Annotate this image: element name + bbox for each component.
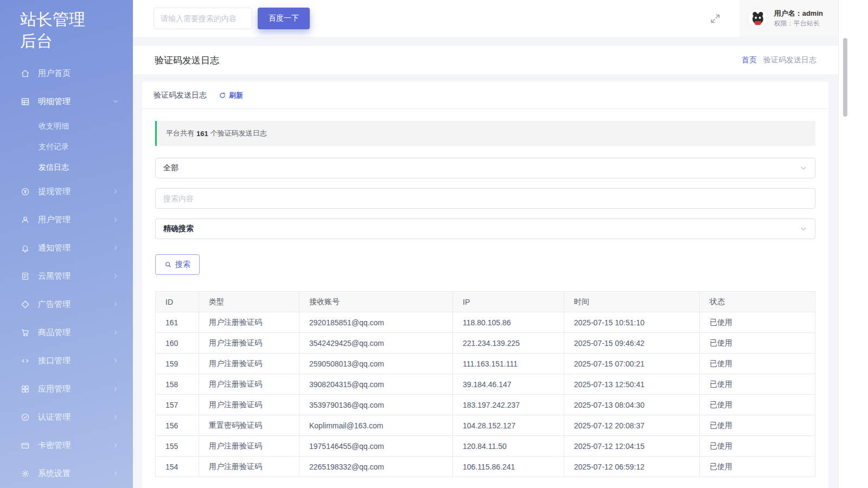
chevron-right-icon — [112, 414, 119, 420]
tab-send-log[interactable]: 验证码发送日志 — [154, 91, 207, 100]
card-tabs: 验证码发送日志 刷新 — [142, 82, 828, 109]
sidebar-item-gear[interactable]: 系统设置 — [0, 459, 133, 487]
sidebar-item-money[interactable]: 提现管理 — [0, 177, 133, 206]
fullscreen-icon[interactable] — [710, 13, 721, 24]
sidebar-item-user[interactable]: 用户管理 — [0, 206, 133, 234]
cart-icon — [21, 328, 30, 337]
sidebar-item-home[interactable]: 用户首页 — [0, 59, 133, 87]
sidebar-menu: 用户首页明细管理收支明细支付记录发信日志提现管理用户管理通知管理云黑管理广告管理… — [0, 59, 133, 487]
table-cell: 104.28.152.127 — [453, 415, 564, 436]
table-cell: 已使用 — [700, 374, 815, 395]
table-cell: 2025-07-12 20:08:37 — [564, 415, 700, 436]
table-cell: 118.80.105.86 — [453, 312, 564, 333]
bell-icon — [21, 243, 30, 253]
main-area: 百度一下 用户名：admin 权限：平台站 — [133, 0, 838, 488]
table-cell: 161 — [156, 312, 199, 333]
card-icon — [21, 441, 30, 450]
table-cell: 已使用 — [700, 415, 815, 436]
sidebar: 站长管理后台 用户首页明细管理收支明细支付记录发信日志提现管理用户管理通知管理云… — [0, 0, 133, 488]
table-cell: Koplimmail@163.com — [299, 415, 453, 436]
search-content-field — [155, 188, 815, 209]
chevron-right-icon — [112, 301, 119, 307]
table-cell: 221.234.139.225 — [453, 333, 564, 354]
sidebar-item-label: 接口管理 — [38, 356, 112, 366]
chevron-right-icon — [112, 357, 119, 364]
chevron-right-icon — [112, 245, 119, 251]
table-cell: 已使用 — [700, 457, 815, 477]
grid-icon — [21, 97, 30, 106]
table-cell: 3539790136@qq.com — [299, 395, 453, 415]
type-select[interactable]: 全部 — [155, 158, 815, 178]
chevron-down-icon — [800, 164, 807, 172]
table-cell: 39.184.46.147 — [453, 374, 564, 395]
table-cell: 154 — [156, 457, 199, 477]
table-body: 161用户注册验证码2920185851@qq.com118.80.105.86… — [156, 312, 815, 477]
chevron-right-icon — [112, 273, 119, 279]
sidebar-item-bell[interactable]: 通知管理 — [0, 234, 133, 262]
table-row: 158用户注册验证码3908204315@qq.com39.184.46.147… — [156, 374, 815, 395]
scrollbar-track[interactable] — [838, 0, 868, 488]
search-content-input[interactable] — [163, 194, 807, 203]
search-button-label: 搜索 — [175, 260, 190, 269]
precise-select[interactable]: 精确搜索 — [155, 219, 815, 239]
table-cell: 3542429425@qq.com — [299, 333, 453, 354]
home-icon — [21, 69, 30, 78]
table-row: 159用户注册验证码2590508013@qq.com111.163.151.1… — [156, 354, 815, 374]
sidebar-item-doc[interactable]: 云黑管理 — [0, 262, 133, 290]
content-card: 验证码发送日志 刷新 平台共有 161 个验证码发送日志 全部 精确搜索 搜索 — [142, 82, 828, 488]
breadcrumb-home-link[interactable]: 首页 — [742, 55, 757, 65]
table-header-cell: 类型 — [199, 292, 299, 312]
sidebar-item-label: 系统设置 — [38, 468, 112, 479]
table-cell: 2025-07-13 08:04:30 — [564, 395, 700, 415]
doc-icon — [21, 272, 30, 281]
page-title: 验证码发送日志 — [155, 54, 219, 67]
table-header-cell: IP — [453, 292, 564, 312]
user-name: 用户名：admin — [774, 9, 823, 19]
sidebar-item-api[interactable]: 接口管理 — [0, 346, 133, 375]
user-block[interactable]: 用户名：admin 权限：平台站长 — [739, 0, 838, 37]
sidebar-subitem[interactable]: 支付记录 — [0, 136, 133, 157]
table-cell: 156 — [156, 415, 199, 436]
table-header-cell: 时间 — [564, 292, 700, 312]
avatar — [748, 8, 768, 29]
app-title: 站长管理后台 — [0, 0, 111, 56]
table-cell: 3908204315@qq.com — [299, 374, 453, 395]
sidebar-item-label: 认证管理 — [38, 412, 112, 422]
sidebar-item-ad[interactable]: 广告管理 — [0, 290, 133, 318]
header-search-input[interactable] — [154, 8, 252, 29]
refresh-label: 刷新 — [229, 91, 243, 100]
sidebar-item-cart[interactable]: 商品管理 — [0, 318, 133, 346]
page-titlebar: 验证码发送日志 首页 验证码发送日志 — [133, 46, 838, 74]
sidebar-item-check[interactable]: 认证管理 — [0, 403, 133, 431]
table-cell: 2265198332@qq.com — [299, 457, 453, 477]
sidebar-item-label: 广告管理 — [38, 299, 112, 310]
refresh-button[interactable]: 刷新 — [219, 91, 243, 100]
table-cell: 已使用 — [700, 436, 815, 457]
table-cell: 2025-07-13 12:50:41 — [564, 374, 700, 395]
sidebar-item-label: 商品管理 — [38, 328, 112, 338]
baidu-search-button[interactable]: 百度一下 — [258, 8, 310, 29]
sidebar-item-label: 用户管理 — [38, 215, 112, 225]
user-role: 权限：平台站长 — [774, 19, 823, 28]
sidebar-item-app[interactable]: 应用管理 — [0, 375, 133, 403]
sidebar-item-card[interactable]: 卡密管理 — [0, 431, 133, 459]
log-table: ID类型接收账号IP时间状态 161用户注册验证码2920185851@qq.c… — [155, 291, 815, 477]
scrollbar-thumb[interactable] — [843, 38, 847, 117]
table-cell: 已使用 — [700, 395, 815, 415]
user-icon — [21, 215, 30, 224]
sidebar-item-label: 用户首页 — [38, 68, 119, 79]
chevron-right-icon — [112, 216, 119, 223]
sidebar-subitem[interactable]: 收支明细 — [0, 115, 133, 136]
summary-count: 161 — [196, 130, 208, 138]
refresh-icon — [219, 92, 226, 99]
topbar-right: 用户名：admin 权限：平台站长 — [710, 0, 838, 37]
search-button[interactable]: 搜索 — [155, 254, 200, 275]
table-cell: 重置密码验证码 — [199, 415, 299, 436]
table-header-cell: ID — [156, 292, 199, 312]
sidebar-item-grid[interactable]: 明细管理 — [0, 87, 133, 115]
table-cell: 157 — [156, 395, 199, 415]
table-cell: 用户注册验证码 — [199, 395, 299, 415]
chevron-right-icon — [112, 188, 119, 195]
sidebar-subitem[interactable]: 发信日志 — [0, 157, 133, 177]
topbar: 百度一下 用户名：admin 权限：平台站 — [133, 0, 838, 37]
